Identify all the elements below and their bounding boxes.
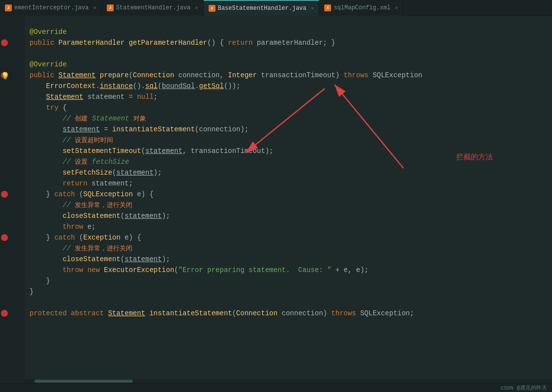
- method-instantiate-abstract: instantiateStatement: [150, 308, 232, 319]
- method-sql: sql: [145, 81, 157, 91]
- plain-close-end-1: );: [162, 211, 170, 221]
- plain-concat: + e, e);: [331, 265, 368, 275]
- plain-paren: () {: [207, 37, 228, 48]
- method-getsql: getSql: [199, 81, 224, 91]
- gutter-line-22: [0, 243, 22, 254]
- cmt-exception-1: //: [62, 200, 75, 211]
- plain-indent-18: [30, 265, 62, 275]
- type-statement-2: Statement: [46, 91, 84, 102]
- plain-close-arg-2: (: [121, 254, 124, 265]
- code-line-close1: closeStatement ( statement );: [30, 211, 552, 221]
- tab-sqlmapconfig[interactable]: X sqlMapConfig.xml ✕: [319, 0, 403, 16]
- cmt-fetch-zh: 设置: [75, 156, 88, 167]
- kw-return-2: return: [62, 178, 92, 189]
- tab-bar: J ementInterceptor.java ✕ J StatementHan…: [0, 0, 552, 16]
- plain-throw-e: e;: [88, 221, 96, 232]
- type-statement-1: Statement: [59, 70, 96, 81]
- code-line-return: return statement;: [30, 178, 552, 189]
- plain-indent-3: [30, 102, 46, 113]
- annotation-override-2: @Override: [30, 59, 67, 70]
- code-line-cmt5: // 发生异常，进行关闭: [30, 243, 552, 254]
- plain-close-end-2: );: [162, 254, 170, 265]
- plain-brace-4: }: [46, 275, 50, 286]
- gutter-line-5: [0, 59, 22, 70]
- code-line-empty-4: [30, 319, 552, 330]
- plain-conn-arg: (connection);: [195, 124, 248, 135]
- method-settimeout: setStatementTimeout: [62, 146, 141, 156]
- type-exception: Exception: [83, 232, 124, 243]
- code-line-settimeout: setStatementTimeout ( statement , transa…: [30, 146, 552, 156]
- kw-return-1: return: [228, 37, 257, 48]
- gutter-line-21: [0, 232, 22, 243]
- plain-indent-4: [30, 113, 62, 124]
- param-timeout: transactionTimeout): [261, 70, 344, 81]
- plain-end-1: ());: [224, 81, 241, 91]
- plain-getsql: .: [195, 81, 199, 91]
- tab-statementhandler[interactable]: J StatementHandler.java ✕: [102, 0, 204, 16]
- plain-ret-stmt: statement;: [92, 178, 133, 189]
- method-prepare: prepare: [100, 70, 129, 81]
- plain-indent-1: [30, 81, 46, 91]
- gutter-line-1: [0, 16, 22, 27]
- plain-indent-15: [30, 232, 46, 243]
- tab-close-1[interactable]: ✕: [93, 4, 96, 11]
- gutter-line-16: [0, 178, 22, 189]
- type-sqlexception-3: SQLException;: [360, 308, 414, 319]
- plain-space-2: [145, 308, 149, 319]
- tab-close-4[interactable]: ✕: [395, 4, 399, 11]
- cmt-exception-zh-2: 发生异常，进行关闭: [75, 243, 132, 254]
- cmt-exception-zh-1: 发生异常，进行关闭: [75, 200, 132, 211]
- horizontal-scrollbar[interactable]: [25, 379, 552, 383]
- gutter-line-23: [0, 254, 22, 265]
- tab-close-2[interactable]: ✕: [195, 4, 198, 11]
- gutter-line-9: [0, 102, 22, 113]
- code-line-stmtnull: Statement statement = null ;: [30, 91, 552, 102]
- scrollbar-thumb[interactable]: [34, 380, 133, 383]
- gutter-line-19: [0, 211, 22, 221]
- code-line-getparamhandler: public ParameterHandler getParameterHand…: [30, 37, 552, 48]
- tab-basestatementhandler[interactable]: J BaseStatementHandler.java ✕: [204, 0, 320, 16]
- gutter-line-14: [0, 156, 22, 167]
- tab-ementinterceptor[interactable]: J ementInterceptor.java ✕: [0, 0, 102, 16]
- breakpoint-4: [1, 234, 8, 241]
- gutter-line-17: [0, 189, 22, 200]
- breakpoint-5: [1, 310, 8, 317]
- plain-e-2: e) {: [124, 232, 141, 243]
- var-statement-4: statement: [124, 211, 162, 221]
- cmt-fetch: //: [62, 156, 75, 167]
- type-sqlexception-2: SQLException: [83, 189, 137, 200]
- code-line-empty-1: [30, 16, 552, 27]
- tab-label-1: ementInterceptor.java: [14, 4, 89, 11]
- gutter-line-6: 💡: [0, 70, 22, 81]
- method-instance: instance: [100, 81, 133, 91]
- code-line-instantiate: statement = instantiateStatement (connec…: [30, 124, 552, 135]
- cmt-create: //: [62, 113, 75, 124]
- plain-fetch-arg: (: [112, 167, 116, 178]
- editor-area: 💡: [0, 16, 552, 383]
- code-line-try: try {: [30, 102, 552, 113]
- type-errorcontext: ErrorContext: [46, 81, 96, 91]
- gutter-line-2: [0, 27, 22, 37]
- plain-indent-12: [30, 200, 62, 211]
- cmt-obj-zh: 对象: [133, 113, 146, 124]
- var-statement-5: statement: [124, 254, 162, 265]
- kw-try: try: [46, 102, 63, 113]
- kw-throw-1: throw: [62, 221, 87, 232]
- gutter-line-26: [0, 286, 22, 297]
- cmt-fetch-en: fetchSize: [88, 156, 129, 167]
- gutter-line-20: [0, 221, 22, 232]
- xml-icon-4: X: [324, 4, 331, 11]
- plain-sqlexc: (: [79, 189, 83, 200]
- gutter-line-28: [0, 308, 22, 319]
- plain-indent-16: [30, 243, 62, 254]
- code-line-override-2: @Override: [30, 59, 552, 70]
- var-statement-1: statement: [62, 124, 100, 135]
- code-line-cmt3: // 设置 fetchSize: [30, 156, 552, 167]
- breakpoint-3: [1, 191, 8, 198]
- cmt-settimeout-zh: 设置超时时间: [75, 135, 113, 146]
- code-line-throw2: throw new ExecutorException ( "Error pre…: [30, 265, 552, 275]
- status-bar: CSDN @遇见的昨天: [0, 383, 552, 392]
- plain-close-arg-1: (: [121, 211, 124, 221]
- tab-close-3[interactable]: ✕: [311, 5, 314, 11]
- plain-conn-param: (: [232, 308, 236, 319]
